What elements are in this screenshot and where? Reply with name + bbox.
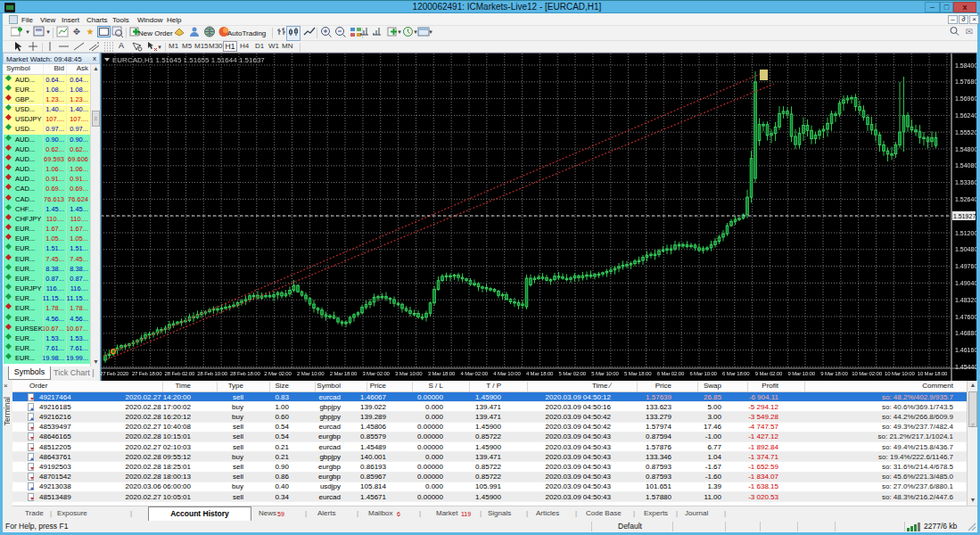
svg-text:5 Mar 10:00: 5 Mar 10:00 (591, 371, 619, 376)
svg-text:28 Feb 18:00: 28 Feb 18:00 (230, 371, 260, 376)
svg-text:4 Mar 10:00: 4 Mar 10:00 (493, 371, 521, 376)
svg-text:1.48320: 1.48320 (955, 297, 976, 303)
svg-text:1.57680: 1.57680 (955, 78, 976, 85)
svg-text:1.55520: 1.55520 (955, 129, 976, 136)
svg-text:9 Mar 02:00: 9 Mar 02:00 (755, 371, 783, 376)
svg-text:1.52640: 1.52640 (955, 196, 976, 202)
svg-text:5 Mar 02:00: 5 Mar 02:00 (559, 371, 587, 376)
svg-text:9 Mar 10:00: 9 Mar 10:00 (788, 371, 816, 376)
svg-text:6 Mar 18:00: 6 Mar 18:00 (722, 371, 750, 376)
svg-text:2 Mar 18:00: 2 Mar 18:00 (330, 371, 358, 376)
svg-text:27 Feb 2020: 27 Feb 2020 (101, 371, 129, 376)
svg-text:10 Mar 02:00: 10 Mar 02:00 (852, 371, 882, 376)
svg-text:1.53360: 1.53360 (955, 179, 976, 185)
svg-text:2 Mar 02:00: 2 Mar 02:00 (264, 371, 292, 376)
svg-text:10 Mar 18:00: 10 Mar 18:00 (918, 371, 948, 376)
svg-text:1.47600: 1.47600 (955, 314, 976, 320)
svg-text:3 Mar 02:00: 3 Mar 02:00 (362, 371, 390, 376)
svg-text:1.50480: 1.50480 (955, 246, 976, 252)
svg-text:1.51927: 1.51927 (953, 213, 976, 219)
svg-text:1.46160: 1.46160 (955, 347, 976, 353)
svg-text:1.58400: 1.58400 (955, 62, 976, 69)
svg-text:6 Mar 10:00: 6 Mar 10:00 (689, 371, 717, 376)
svg-text:27 Feb 18:00: 27 Feb 18:00 (132, 371, 162, 376)
svg-text:1.49040: 1.49040 (955, 280, 976, 286)
svg-text:3 Mar 10:00: 3 Mar 10:00 (395, 371, 423, 376)
svg-text:4 Mar 02:00: 4 Mar 02:00 (461, 371, 489, 376)
svg-text:2 Mar 10:00: 2 Mar 10:00 (297, 371, 325, 376)
svg-text:10 Mar 10:00: 10 Mar 10:00 (885, 371, 915, 376)
svg-text:9 Mar 18:00: 9 Mar 18:00 (820, 371, 848, 376)
svg-text:1.54080: 1.54080 (955, 162, 976, 169)
svg-text:3 Mar 18:00: 3 Mar 18:00 (428, 371, 456, 376)
svg-text:1.45440: 1.45440 (955, 364, 976, 370)
svg-text:1.56240: 1.56240 (955, 112, 976, 119)
svg-text:28 Feb 02:00: 28 Feb 02:00 (165, 371, 195, 376)
svg-text:6 Mar 02:00: 6 Mar 02:00 (657, 371, 685, 376)
svg-text:5 Mar 18:00: 5 Mar 18:00 (624, 371, 652, 376)
svg-text:4 Mar 18:00: 4 Mar 18:00 (526, 371, 554, 376)
svg-text:28 Feb 10:00: 28 Feb 10:00 (197, 371, 227, 376)
svg-text:1.51200: 1.51200 (955, 230, 976, 236)
svg-text:1.49760: 1.49760 (955, 263, 976, 269)
svg-text:1.54800: 1.54800 (955, 146, 976, 152)
svg-text:1.56960: 1.56960 (955, 95, 976, 102)
svg-text:EURCAD,H1 1.51645 1.51655 1.5: EURCAD,H1 1.51645 1.51655 1.51644 1.5163… (112, 56, 265, 64)
svg-text:1.46880: 1.46880 (955, 330, 976, 336)
